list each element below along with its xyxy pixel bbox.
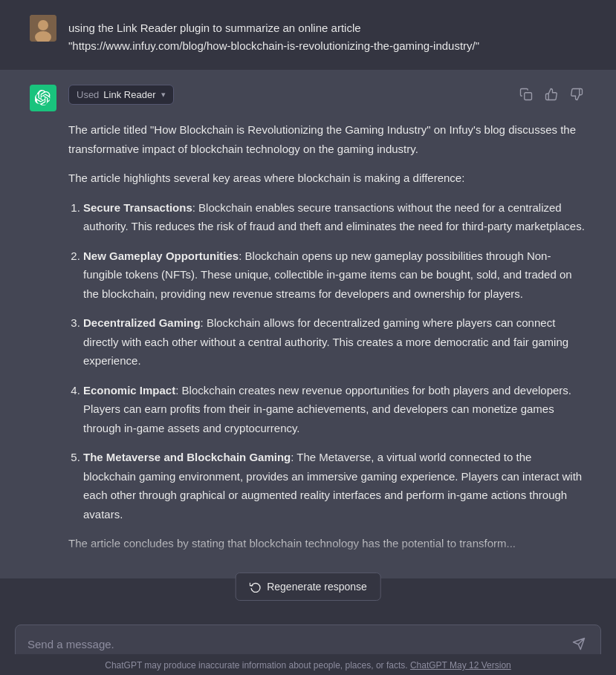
send-icon bbox=[572, 637, 586, 650]
assistant-message: Used Link Reader ▾ bbox=[0, 70, 616, 578]
item-1-title: Secure Transactions bbox=[83, 201, 192, 214]
regenerate-area: Regenerate response bbox=[235, 573, 381, 601]
thumbsdown-button[interactable] bbox=[567, 85, 586, 104]
user-avatar bbox=[30, 15, 56, 42]
list-item: New Gameplay Opportunities: Blockchain o… bbox=[83, 247, 586, 304]
user-message-text: using the Link Reader plugin to summariz… bbox=[68, 15, 479, 55]
regenerate-label: Regenerate response bbox=[267, 581, 367, 593]
svg-rect-3 bbox=[525, 93, 532, 100]
item-5-title: The Metaverse and Blockchain Gaming bbox=[83, 451, 291, 463]
user-message: using the Link Reader plugin to summariz… bbox=[0, 0, 616, 70]
footer-text: ChatGPT may produce inaccurate informati… bbox=[105, 660, 407, 671]
regenerate-button[interactable]: Regenerate response bbox=[235, 573, 381, 601]
list-item: Secure Transactions: Blockchain enables … bbox=[83, 198, 586, 236]
list-item: Economic Impact: Blockchain creates new … bbox=[83, 381, 586, 438]
user-avatar-image bbox=[30, 15, 56, 42]
key-areas-list: Secure Transactions: Blockchain enables … bbox=[68, 198, 586, 524]
assistant-header: Used Link Reader ▾ bbox=[30, 85, 586, 111]
chevron-down-icon: ▾ bbox=[161, 90, 166, 100]
conclusion-paragraph: The article concludes by stating that bl… bbox=[68, 534, 586, 553]
footer-version-link[interactable]: ChatGPT May 12 Version bbox=[410, 660, 511, 671]
copy-button[interactable] bbox=[516, 85, 536, 104]
svg-point-1 bbox=[38, 20, 48, 30]
plugin-badge[interactable]: Used Link Reader ▾ bbox=[68, 85, 174, 105]
item-2-title: New Gameplay Opportunities bbox=[83, 250, 239, 262]
chat-container: using the Link Reader plugin to summariz… bbox=[0, 0, 616, 675]
thumbsup-button[interactable] bbox=[542, 85, 561, 104]
intro-paragraph-1: The article titled "How Blockchain is Re… bbox=[68, 120, 586, 158]
intro-paragraph-2: The article highlights several key areas… bbox=[68, 169, 586, 188]
footer: ChatGPT may produce inaccurate informati… bbox=[0, 654, 616, 675]
list-item: The Metaverse and Blockchain Gaming: The… bbox=[83, 448, 586, 524]
item-4-title: Economic Impact bbox=[83, 384, 175, 397]
input-area: ChatGPT may produce inaccurate informati… bbox=[0, 616, 616, 675]
plugin-badge-name: Link Reader bbox=[103, 89, 155, 100]
list-item: Decentralized Gaming: Blockchain allows … bbox=[83, 313, 586, 371]
action-buttons bbox=[516, 85, 586, 104]
message-input[interactable] bbox=[27, 638, 562, 650]
item-3-title: Decentralized Gaming bbox=[83, 316, 201, 329]
regenerate-icon bbox=[249, 581, 261, 593]
assistant-content: The article titled "How Blockchain is Re… bbox=[68, 120, 586, 564]
plugin-badge-used-label: Used bbox=[77, 89, 99, 100]
send-button[interactable] bbox=[569, 634, 589, 653]
assistant-avatar bbox=[30, 85, 56, 111]
